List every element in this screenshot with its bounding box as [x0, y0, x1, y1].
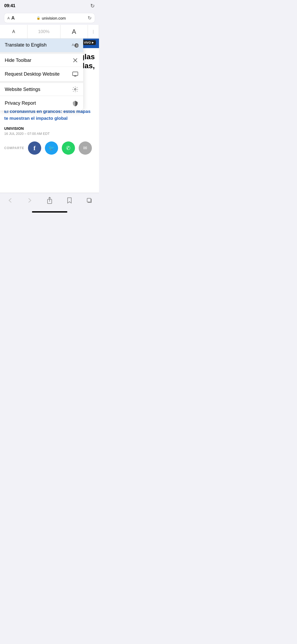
tabs-button[interactable] — [83, 196, 95, 205]
translate-icon: A 文 — [72, 42, 78, 48]
facebook-share-button[interactable]: f — [28, 141, 41, 155]
play-icon: ▶ — [92, 41, 94, 44]
share-row: COMPARTE f 🐦 ✆ ✉ — [4, 140, 95, 159]
twitter-share-button[interactable]: 🐦 — [45, 141, 58, 155]
request-desktop-label: Request Desktop Website — [5, 71, 60, 77]
mail-icon: ✉ — [83, 145, 87, 151]
forward-button[interactable] — [24, 196, 36, 205]
url-area[interactable]: 🔒 univision.com — [15, 16, 88, 20]
page-layout: ORTES RADIO EN VIVO ▶ reglasescuelas, cu… — [0, 0, 99, 215]
svg-rect-9 — [73, 72, 78, 76]
lock-icon: 🔒 — [36, 16, 40, 20]
address-bar[interactable]: A A 🔒 univision.com ↻ — [4, 13, 95, 23]
large-a-icon: A — [72, 28, 76, 35]
privacy-report-item[interactable]: Privacy Report — [0, 96, 83, 111]
decrease-font-button[interactable]: A — [0, 25, 27, 38]
status-bar: 09:41 ↻ — [0, 0, 99, 12]
whatsapp-icon: ✆ — [66, 145, 70, 151]
svg-rect-14 — [87, 198, 91, 202]
reload-icon[interactable]: ↻ — [88, 15, 92, 21]
font-controls-row: A 100% A | — [0, 25, 99, 39]
font-percent-value: 100% — [38, 29, 49, 34]
share-button[interactable] — [44, 196, 55, 205]
hide-toolbar-item[interactable]: Hide Toolbar — [0, 52, 83, 67]
email-share-button[interactable]: ✉ — [79, 141, 92, 155]
desktop-icon — [72, 71, 78, 77]
top-chrome: 09:41 ↻ A A 🔒 univision.com ↻ A — [0, 0, 99, 39]
small-a-icon: A — [12, 29, 15, 34]
article-source: UNIVISION — [4, 126, 95, 131]
address-bar-container: A A 🔒 univision.com ↻ — [0, 12, 99, 25]
gear-icon — [72, 86, 78, 93]
hide-toolbar-icon — [72, 57, 78, 63]
font-size-small-a[interactable]: A — [7, 16, 10, 20]
whatsapp-share-button[interactable]: ✆ — [62, 141, 75, 155]
font-size-large-a[interactable]: A — [11, 15, 15, 21]
article-date: 16 JUL 2020 – 07:00 AM EDT — [4, 132, 95, 136]
font-extra-btn: | — [88, 25, 99, 38]
font-percent-display: 100% — [27, 25, 60, 38]
font-extra-icon: | — [93, 29, 94, 34]
twitter-icon: 🐦 — [49, 145, 54, 151]
status-icons: ↻ — [90, 3, 95, 9]
increase-font-button[interactable]: A — [60, 25, 88, 38]
svg-text:A: A — [72, 43, 74, 47]
home-indicator — [32, 211, 67, 213]
facebook-icon: f — [34, 145, 36, 152]
privacy-icon — [72, 100, 78, 107]
privacy-report-label: Privacy Report — [5, 100, 36, 106]
request-desktop-item[interactable]: Request Desktop Website — [0, 67, 83, 81]
url-text: univision.com — [42, 16, 66, 20]
back-button[interactable] — [4, 196, 16, 205]
translate-to-english-label: Translate to English — [5, 42, 46, 48]
svg-point-12 — [74, 89, 76, 90]
reload-status-icon: ↻ — [90, 3, 95, 9]
website-settings-label: Website Settings — [5, 87, 40, 92]
svg-text:文: 文 — [76, 44, 78, 47]
translate-to-english-item[interactable]: Translate to English A 文 — [0, 38, 83, 52]
hide-toolbar-label: Hide Toolbar — [5, 58, 31, 63]
bottom-nav — [0, 193, 99, 215]
share-label: COMPARTE — [4, 146, 24, 150]
text-size-controls: A A — [7, 15, 15, 21]
website-settings-item[interactable]: Website Settings — [0, 81, 83, 96]
status-time: 09:41 — [4, 3, 15, 8]
bookmarks-button[interactable] — [64, 196, 75, 205]
